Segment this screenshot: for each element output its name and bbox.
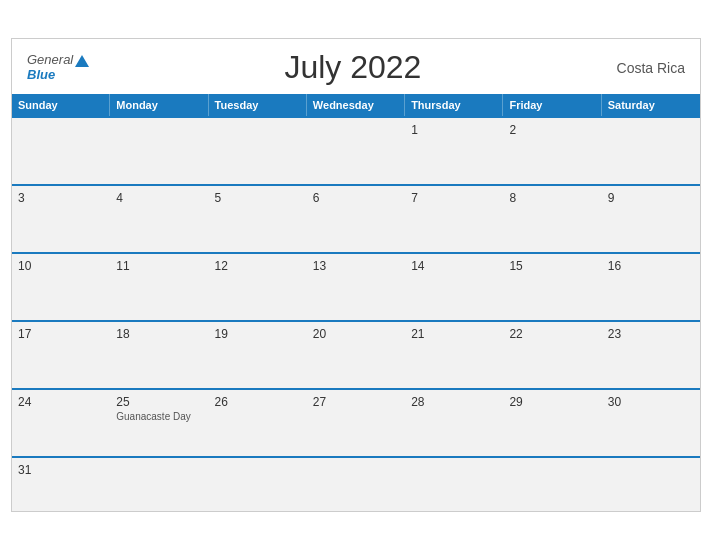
day-number: 27 bbox=[313, 395, 399, 409]
calendar-day: 25Guanacaste Day bbox=[110, 390, 208, 456]
calendar-day: 27 bbox=[307, 390, 405, 456]
day-number: 20 bbox=[313, 327, 399, 341]
day-number: 16 bbox=[608, 259, 694, 273]
calendar-day bbox=[12, 118, 110, 184]
calendar-grid: 1234567891011121314151617181920212223242… bbox=[12, 116, 700, 511]
calendar-day: 23 bbox=[602, 322, 700, 388]
calendar-day: 11 bbox=[110, 254, 208, 320]
day-number: 5 bbox=[215, 191, 301, 205]
day-header: Saturday bbox=[602, 94, 700, 116]
calendar-day bbox=[110, 118, 208, 184]
calendar-week: 31 bbox=[12, 456, 700, 511]
calendar-header: General Blue July 2022 Costa Rica bbox=[12, 39, 700, 94]
day-number: 26 bbox=[215, 395, 301, 409]
calendar-week: 3456789 bbox=[12, 184, 700, 252]
day-number: 30 bbox=[608, 395, 694, 409]
day-number: 29 bbox=[509, 395, 595, 409]
day-header: Sunday bbox=[12, 94, 110, 116]
calendar: General Blue July 2022 Costa Rica Sunday… bbox=[11, 38, 701, 512]
calendar-day: 10 bbox=[12, 254, 110, 320]
logo-triangle-icon bbox=[75, 55, 89, 67]
calendar-day: 22 bbox=[503, 322, 601, 388]
country-name: Costa Rica bbox=[617, 60, 685, 76]
day-number: 21 bbox=[411, 327, 497, 341]
calendar-day bbox=[405, 458, 503, 511]
calendar-day: 21 bbox=[405, 322, 503, 388]
day-number: 23 bbox=[608, 327, 694, 341]
day-number: 9 bbox=[608, 191, 694, 205]
day-number: 2 bbox=[509, 123, 595, 137]
calendar-day: 13 bbox=[307, 254, 405, 320]
calendar-day: 31 bbox=[12, 458, 110, 511]
day-number: 19 bbox=[215, 327, 301, 341]
day-number: 7 bbox=[411, 191, 497, 205]
calendar-day: 1 bbox=[405, 118, 503, 184]
calendar-day: 8 bbox=[503, 186, 601, 252]
holiday-name: Guanacaste Day bbox=[116, 411, 202, 422]
day-number: 11 bbox=[116, 259, 202, 273]
calendar-day: 16 bbox=[602, 254, 700, 320]
logo-blue-text: Blue bbox=[27, 68, 55, 82]
day-number: 25 bbox=[116, 395, 202, 409]
calendar-week: 17181920212223 bbox=[12, 320, 700, 388]
calendar-day: 7 bbox=[405, 186, 503, 252]
day-number: 14 bbox=[411, 259, 497, 273]
calendar-day bbox=[503, 458, 601, 511]
calendar-day: 26 bbox=[209, 390, 307, 456]
calendar-day: 15 bbox=[503, 254, 601, 320]
day-number: 22 bbox=[509, 327, 595, 341]
calendar-day: 18 bbox=[110, 322, 208, 388]
calendar-day: 24 bbox=[12, 390, 110, 456]
day-number: 6 bbox=[313, 191, 399, 205]
calendar-day bbox=[209, 118, 307, 184]
day-header: Tuesday bbox=[209, 94, 307, 116]
day-number: 1 bbox=[411, 123, 497, 137]
calendar-day: 17 bbox=[12, 322, 110, 388]
calendar-day bbox=[602, 458, 700, 511]
day-headers: SundayMondayTuesdayWednesdayThursdayFrid… bbox=[12, 94, 700, 116]
day-number: 4 bbox=[116, 191, 202, 205]
calendar-week: 10111213141516 bbox=[12, 252, 700, 320]
day-header: Wednesday bbox=[307, 94, 405, 116]
day-header: Monday bbox=[110, 94, 208, 116]
day-number: 28 bbox=[411, 395, 497, 409]
calendar-week: 2425Guanacaste Day2627282930 bbox=[12, 388, 700, 456]
logo: General Blue bbox=[27, 53, 89, 82]
day-number: 18 bbox=[116, 327, 202, 341]
day-number: 17 bbox=[18, 327, 104, 341]
calendar-day: 6 bbox=[307, 186, 405, 252]
calendar-day bbox=[307, 118, 405, 184]
day-number: 24 bbox=[18, 395, 104, 409]
day-number: 31 bbox=[18, 463, 104, 477]
calendar-day: 9 bbox=[602, 186, 700, 252]
day-number: 10 bbox=[18, 259, 104, 273]
calendar-day bbox=[602, 118, 700, 184]
calendar-day: 20 bbox=[307, 322, 405, 388]
day-number: 8 bbox=[509, 191, 595, 205]
calendar-day: 14 bbox=[405, 254, 503, 320]
day-header: Friday bbox=[503, 94, 601, 116]
calendar-day: 30 bbox=[602, 390, 700, 456]
calendar-day: 29 bbox=[503, 390, 601, 456]
day-number: 12 bbox=[215, 259, 301, 273]
day-header: Thursday bbox=[405, 94, 503, 116]
calendar-day: 4 bbox=[110, 186, 208, 252]
day-number: 15 bbox=[509, 259, 595, 273]
calendar-day: 19 bbox=[209, 322, 307, 388]
calendar-day: 5 bbox=[209, 186, 307, 252]
calendar-day: 28 bbox=[405, 390, 503, 456]
logo-general-text: General bbox=[27, 53, 89, 67]
calendar-day bbox=[209, 458, 307, 511]
calendar-day: 2 bbox=[503, 118, 601, 184]
calendar-day: 3 bbox=[12, 186, 110, 252]
calendar-week: 12 bbox=[12, 116, 700, 184]
calendar-day: 12 bbox=[209, 254, 307, 320]
calendar-title: July 2022 bbox=[284, 49, 421, 86]
calendar-day bbox=[110, 458, 208, 511]
calendar-day bbox=[307, 458, 405, 511]
day-number: 3 bbox=[18, 191, 104, 205]
day-number: 13 bbox=[313, 259, 399, 273]
